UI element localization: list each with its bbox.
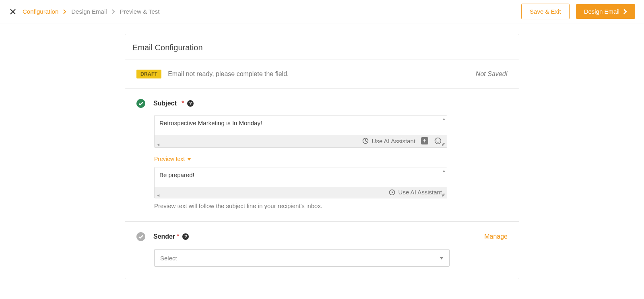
- svg-marker-6: [187, 158, 191, 161]
- vertical-scroll-icon[interactable]: ▲▼: [442, 169, 446, 196]
- manage-sender-link[interactable]: Manage: [484, 233, 508, 240]
- svg-marker-8: [440, 257, 444, 260]
- status-left: DRAFT Email not ready, please complete t…: [136, 70, 289, 78]
- chevron-right-icon: [63, 9, 66, 14]
- design-email-button[interactable]: Design Email: [576, 4, 635, 19]
- required-mark: *: [177, 233, 179, 240]
- subject-toolbar: ◀ Use AI Assistant ＋ ▶: [155, 135, 447, 147]
- sparkle-icon: [362, 138, 369, 144]
- ai-assistant-button[interactable]: Use AI Assistant: [389, 189, 442, 196]
- ai-assistant-label: Use AI Assistant: [372, 138, 415, 144]
- draft-badge: DRAFT: [136, 70, 161, 78]
- status-row: DRAFT Email not ready, please complete t…: [125, 60, 519, 89]
- sender-label: Sender: [153, 233, 175, 240]
- preview-toggle-label: Preview text: [154, 156, 185, 162]
- scroll-left-icon[interactable]: ◀: [157, 143, 159, 146]
- preview-toolbar: ◀ Use AI Assistant ▶: [155, 187, 447, 198]
- preview-text-toggle[interactable]: Preview text: [154, 156, 508, 162]
- emoji-icon[interactable]: [434, 137, 442, 145]
- help-icon[interactable]: ?: [182, 233, 189, 240]
- subject-title: Subject * ?: [153, 100, 194, 107]
- saved-state: Not Saved!: [476, 70, 508, 78]
- topbar-left: Configuration Design Email Preview & Tes…: [9, 8, 160, 16]
- page-body: Email Configuration DRAFT Email not read…: [0, 23, 644, 295]
- vertical-scroll-icon[interactable]: ▲▼: [442, 117, 446, 146]
- ai-assistant-label: Use AI Assistant: [398, 189, 442, 196]
- design-email-label: Design Email: [584, 8, 619, 15]
- breadcrumb: Configuration Design Email Preview & Tes…: [23, 8, 160, 15]
- sender-title: Sender* ?: [153, 233, 189, 240]
- status-message: Email not ready, please complete the fie…: [168, 70, 289, 78]
- sender-header-row: Sender* ? Manage: [136, 232, 508, 241]
- sender-placeholder: Select: [160, 255, 177, 262]
- subject-input[interactable]: [155, 115, 447, 133]
- preview-text-field: ◀ Use AI Assistant ▶ ▲▼: [154, 167, 447, 198]
- ai-assistant-button[interactable]: Use AI Assistant: [362, 138, 415, 144]
- topbar: Configuration Design Email Preview & Tes…: [0, 0, 644, 23]
- card-heading: Email Configuration: [125, 34, 519, 60]
- subject-body: ◀ Use AI Assistant ＋ ▶ ▲▼: [136, 115, 508, 209]
- sender-select[interactable]: Select: [154, 249, 450, 267]
- breadcrumb-step-design-email[interactable]: Design Email: [71, 8, 107, 15]
- chevron-right-icon: [112, 9, 115, 14]
- preview-hint: Preview text will follow the subject lin…: [154, 202, 508, 209]
- status-check-icon: [136, 99, 145, 108]
- close-button[interactable]: [9, 8, 17, 16]
- scroll-left-icon[interactable]: ◀: [157, 194, 159, 197]
- save-exit-button[interactable]: Save & Exit: [521, 4, 570, 19]
- subject-label: Subject: [153, 100, 177, 107]
- preview-text-input[interactable]: [155, 167, 447, 185]
- required-mark: *: [182, 100, 184, 107]
- svg-point-4: [436, 140, 437, 140]
- subject-header: Subject * ?: [136, 99, 508, 108]
- chevron-right-icon: [623, 9, 627, 14]
- sender-header: Sender* ?: [136, 232, 189, 241]
- breadcrumb-step-configuration[interactable]: Configuration: [23, 8, 58, 15]
- caret-down-icon: [440, 257, 444, 260]
- sender-body: Select: [136, 249, 508, 267]
- breadcrumb-step-preview-test[interactable]: Preview & Test: [120, 8, 160, 15]
- config-card: Email Configuration DRAFT Email not read…: [125, 34, 519, 279]
- sparkle-icon: [389, 189, 395, 196]
- insert-variable-button[interactable]: ＋: [421, 137, 428, 144]
- status-check-icon: [136, 232, 145, 241]
- topbar-right: Save & Exit Design Email: [521, 4, 635, 19]
- caret-down-icon: [187, 158, 191, 161]
- sender-section: Sender* ? Manage Select: [125, 222, 519, 279]
- subject-section: Subject * ? ◀ Use AI Assistant ＋: [125, 89, 519, 222]
- help-icon[interactable]: ?: [187, 100, 194, 107]
- subject-field: ◀ Use AI Assistant ＋ ▶ ▲▼: [154, 115, 447, 148]
- close-icon: [10, 8, 16, 15]
- svg-point-5: [439, 140, 440, 140]
- svg-point-3: [435, 138, 441, 144]
